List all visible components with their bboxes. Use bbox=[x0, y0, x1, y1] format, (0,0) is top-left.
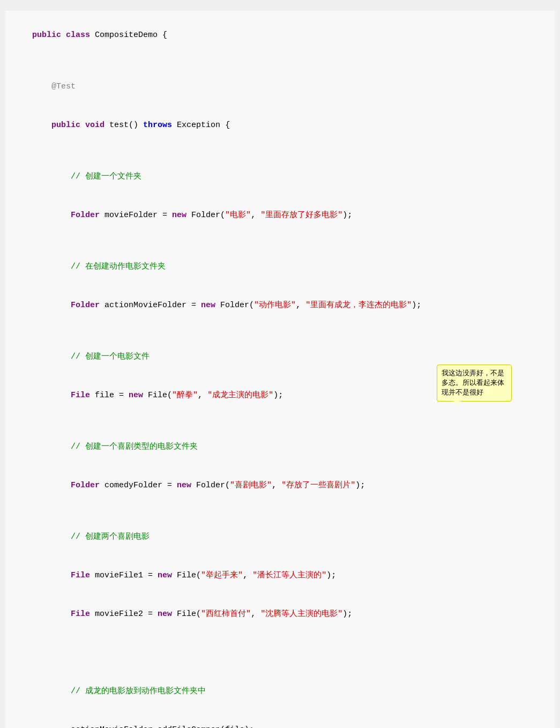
code-line bbox=[11, 647, 555, 659]
code-line: @Test bbox=[11, 68, 555, 106]
code-line: // 创建一个喜剧类型的电影文件夹 bbox=[11, 428, 555, 466]
code-line: public void test() throws Exception { bbox=[11, 106, 555, 145]
code-line bbox=[11, 634, 555, 647]
code-line: // 创建两个喜剧电影 bbox=[11, 518, 555, 556]
code-line bbox=[11, 659, 555, 672]
code-line: Folder actionMovieFolder = new Folder("动… bbox=[11, 286, 555, 325]
code-line: Folder comedyFolder = new Folder("喜剧电影",… bbox=[11, 466, 555, 505]
tooltip-text: 我这边没弄好，不是多态。所以看起来体现并不是很好 bbox=[442, 369, 504, 396]
code-container: public class CompositeDemo { @Test publi… bbox=[5, 11, 555, 728]
code-line: // 在创建动作电影文件夹 bbox=[11, 248, 555, 286]
code-line: // 成龙的电影放到动作电影文件夹中 bbox=[11, 672, 555, 711]
code-line bbox=[11, 505, 555, 518]
code-line: actionMovieFolder.addFileCompon(file); bbox=[11, 711, 555, 728]
code-line bbox=[11, 145, 555, 158]
code-line: public class CompositeDemo { bbox=[11, 16, 555, 55]
code-line: Folder movieFolder = new Folder("电影", "里… bbox=[11, 196, 555, 235]
code-line bbox=[11, 55, 555, 68]
code-line: File movieFile2 = new File("西红柿首付", "沈腾等… bbox=[11, 595, 555, 634]
code-line: // 创建一个文件夹 bbox=[11, 158, 555, 196]
code-line: File movieFile1 = new File("举起手来", "潘长江等… bbox=[11, 556, 555, 595]
code-line bbox=[11, 415, 555, 428]
code-line bbox=[11, 325, 555, 338]
code-line bbox=[11, 235, 555, 248]
tooltip-bubble: 我这边没弄好，不是多态。所以看起来体现并不是很好 bbox=[437, 365, 512, 402]
